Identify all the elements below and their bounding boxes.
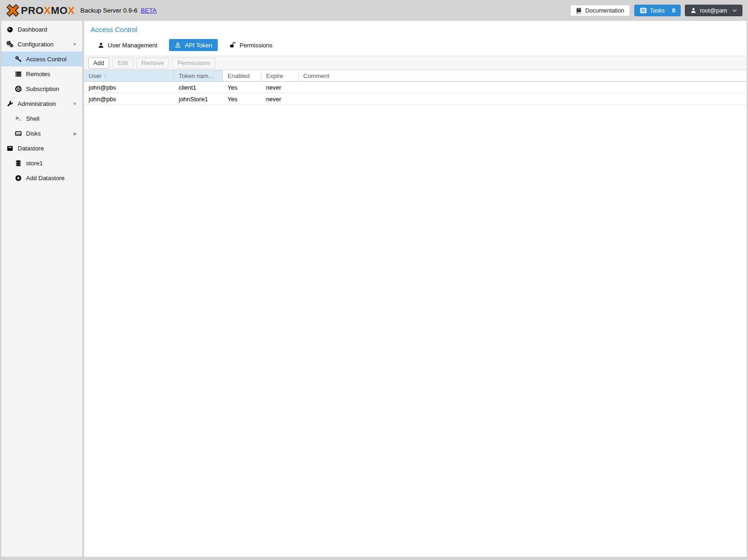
toolbar: Add Edit Remove Permissions — [84, 56, 747, 70]
sidebar-item-add-datastore[interactable]: Add Datastore — [1, 170, 82, 185]
documentation-button[interactable]: Documentation — [570, 5, 630, 16]
unlock-icon — [229, 42, 236, 48]
task-list-icon — [640, 7, 647, 13]
collapse-arrow-icon[interactable]: ▼ — [72, 101, 77, 106]
page-title: Access Control — [91, 26, 747, 33]
column-header-enabled[interactable]: Enabled — [223, 70, 261, 81]
tasks-count-badge: 0 — [672, 7, 676, 14]
tab-permissions[interactable]: Permissions — [224, 39, 278, 51]
sidebar-item-datastore[interactable]: Datastore — [1, 141, 82, 156]
sidebar: Dashboard Configuration ▼ Access Control — [1, 21, 82, 557]
sidebar-item-dashboard[interactable]: Dashboard — [1, 22, 82, 37]
plus-circle-icon — [14, 175, 22, 182]
app-header: PROXMOX Backup Server 0.9-6 BETA Documen… — [0, 0, 748, 21]
permissions-button[interactable]: Permissions — [172, 58, 215, 69]
book-icon — [576, 7, 582, 14]
hdd-icon — [14, 130, 22, 137]
server-list-icon — [14, 71, 22, 78]
column-header-user[interactable]: User ↑ — [84, 70, 174, 81]
sort-secondary-icon: ´ — [215, 70, 217, 77]
user-icon — [690, 7, 696, 13]
sidebar-item-remotes[interactable]: Remotes — [1, 66, 82, 81]
tab-user-management[interactable]: User Management — [92, 39, 163, 51]
sidebar-item-disks[interactable]: Disks ▶ — [1, 126, 82, 141]
beta-link[interactable]: BETA — [141, 7, 156, 14]
database-icon — [14, 160, 22, 167]
add-button[interactable]: Add — [88, 58, 109, 69]
wrench-icon — [6, 100, 13, 107]
sidebar-item-subscription[interactable]: Subscription — [1, 81, 82, 96]
expand-arrow-icon[interactable]: ▶ — [73, 131, 77, 136]
proxmox-x-mark-icon — [6, 3, 20, 18]
key-icon — [14, 56, 22, 63]
dashboard-icon — [6, 26, 13, 33]
cell-enabled: Yes — [223, 93, 261, 104]
sidebar-item-store1[interactable]: store1 — [1, 156, 82, 170]
product-title: Backup Server 0.9-6 — [80, 7, 137, 14]
collapse-arrow-icon[interactable]: ▼ — [72, 42, 77, 47]
tab-api-token[interactable]: API Token — [169, 39, 218, 51]
proxmox-wordmark: PROXMOX — [21, 5, 75, 17]
column-header-expire[interactable]: Expire — [261, 70, 299, 81]
cell-comment — [299, 82, 747, 93]
cell-enabled: Yes — [223, 82, 261, 93]
table-row[interactable]: john@pbs client1 Yes never — [84, 82, 747, 93]
terminal-icon: >_ — [14, 116, 22, 121]
table-empty-area — [84, 105, 747, 557]
content-header: Access Control User Management API Token — [84, 21, 747, 56]
chevron-down-icon — [732, 9, 737, 12]
edit-button[interactable]: Edit — [112, 58, 133, 69]
table-header: User ↑ Token nam… ´ Enabled Expire Comme… — [84, 70, 747, 82]
user-icon — [98, 42, 104, 48]
column-header-comment[interactable]: Comment — [299, 70, 747, 81]
archive-box-icon — [6, 145, 13, 152]
cell-token-name: johnStore1 — [174, 93, 223, 104]
gears-icon — [6, 40, 13, 48]
tasks-button[interactable]: Tasks 0 — [634, 5, 681, 16]
cell-expire: never — [261, 93, 299, 104]
cell-expire: never — [261, 82, 299, 93]
cell-user: john@pbs — [84, 82, 174, 93]
sort-asc-icon: ↑ — [104, 72, 106, 79]
sidebar-item-shell[interactable]: >_ Shell — [1, 111, 82, 126]
content-panel: Access Control User Management API Token — [84, 21, 747, 557]
cell-user: john@pbs — [84, 93, 174, 104]
table-row[interactable]: john@pbs johnStore1 Yes never — [84, 93, 747, 105]
sidebar-item-administration[interactable]: Administration ▼ — [1, 96, 82, 111]
sidebar-item-access-control[interactable]: Access Control — [1, 52, 82, 66]
header-actions: Documentation Tasks 0 root@pam — [570, 5, 742, 16]
life-ring-icon — [14, 85, 22, 92]
proxmox-logo: PROXMOX — [6, 3, 75, 18]
remove-button[interactable]: Remove — [137, 58, 169, 69]
page-body: Dashboard Configuration ▼ Access Control — [0, 21, 748, 560]
tab-bar: User Management API Token Permissions — [92, 39, 747, 51]
cell-token-name: client1 — [174, 82, 223, 93]
user-outline-icon — [175, 42, 181, 48]
user-menu-button[interactable]: root@pam — [685, 5, 742, 16]
column-header-token-name[interactable]: Token nam… ´ — [174, 70, 223, 81]
cell-comment — [299, 93, 747, 104]
sidebar-item-configuration[interactable]: Configuration ▼ — [1, 37, 82, 52]
page: PROXMOX Backup Server 0.9-6 BETA Documen… — [0, 0, 748, 560]
